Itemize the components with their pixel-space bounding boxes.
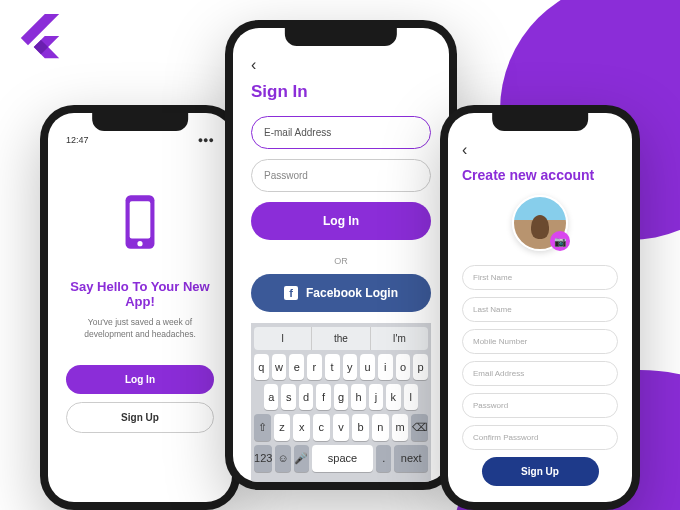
welcome-subtitle: You've just saved a week of development … bbox=[66, 317, 214, 341]
key-k[interactable]: k bbox=[386, 384, 400, 410]
key-y[interactable]: y bbox=[343, 354, 358, 380]
mic-key[interactable]: 🎤 bbox=[294, 445, 309, 472]
back-icon[interactable]: ‹ bbox=[462, 141, 618, 159]
key-t[interactable]: t bbox=[325, 354, 340, 380]
svg-rect-1 bbox=[130, 201, 151, 238]
key-f[interactable]: f bbox=[316, 384, 330, 410]
key-i[interactable]: i bbox=[378, 354, 393, 380]
camera-icon[interactable]: 📷 bbox=[550, 231, 570, 251]
svg-point-2 bbox=[137, 241, 142, 246]
key-⇧[interactable]: ⇧ bbox=[254, 414, 271, 441]
confirm-password-field[interactable]: Confirm Password bbox=[462, 425, 618, 450]
welcome-title: Say Hello To Your New App! bbox=[66, 279, 214, 309]
key-w[interactable]: w bbox=[272, 354, 287, 380]
keyboard: I the I'm qwertyuiop asdfghjkl ⇧zxcvbnm⌫… bbox=[251, 323, 431, 482]
mobile-number-field[interactable]: Mobile Number bbox=[462, 329, 618, 354]
key-u[interactable]: u bbox=[360, 354, 375, 380]
email-field[interactable]: E-mail Address bbox=[251, 116, 431, 149]
email-address-field[interactable]: Email Address bbox=[462, 361, 618, 386]
avatar[interactable]: 📷 bbox=[512, 195, 568, 251]
phone-notch bbox=[92, 113, 188, 131]
phone-welcome: 12:47●●● Say Hello To Your New App! You'… bbox=[40, 105, 240, 510]
last-name-field[interactable]: Last Name bbox=[462, 297, 618, 322]
phone-signup: ‹ Create new account 📷 First NameLast Na… bbox=[440, 105, 640, 510]
status-icons: ●●● bbox=[198, 135, 214, 145]
key-e[interactable]: e bbox=[289, 354, 304, 380]
password-field[interactable]: Password bbox=[251, 159, 431, 192]
phone-notch bbox=[492, 113, 588, 131]
app-phone-icon bbox=[109, 191, 171, 253]
key-h[interactable]: h bbox=[351, 384, 365, 410]
key-m[interactable]: m bbox=[392, 414, 409, 441]
key-n[interactable]: n bbox=[372, 414, 389, 441]
flutter-logo bbox=[16, 14, 64, 62]
status-time: 12:47 bbox=[66, 135, 89, 145]
key-q[interactable]: q bbox=[254, 354, 269, 380]
suggestion[interactable]: I'm bbox=[371, 327, 428, 350]
key-⌫[interactable]: ⌫ bbox=[411, 414, 428, 441]
login-button[interactable]: Log In bbox=[251, 202, 431, 240]
phone-notch bbox=[285, 28, 397, 46]
keyboard-suggestions: I the I'm bbox=[254, 327, 428, 350]
key-g[interactable]: g bbox=[334, 384, 348, 410]
key-j[interactable]: j bbox=[369, 384, 383, 410]
emoji-key[interactable]: ☺ bbox=[275, 445, 290, 472]
facebook-icon: f bbox=[284, 286, 298, 300]
key-o[interactable]: o bbox=[396, 354, 411, 380]
key-z[interactable]: z bbox=[274, 414, 291, 441]
space-key[interactable]: space bbox=[312, 445, 373, 472]
create-account-title: Create new account bbox=[462, 167, 618, 183]
key-b[interactable]: b bbox=[352, 414, 369, 441]
status-bar: 12:47●●● bbox=[66, 135, 214, 145]
or-divider: OR bbox=[251, 256, 431, 266]
next-key[interactable]: next bbox=[394, 445, 428, 472]
first-name-field[interactable]: First Name bbox=[462, 265, 618, 290]
password-field[interactable]: Password bbox=[462, 393, 618, 418]
signin-title: Sign In bbox=[251, 82, 431, 102]
login-button[interactable]: Log In bbox=[66, 365, 214, 394]
key-d[interactable]: d bbox=[299, 384, 313, 410]
suggestion[interactable]: the bbox=[312, 327, 370, 350]
key-v[interactable]: v bbox=[333, 414, 350, 441]
signup-button[interactable]: Sign Up bbox=[66, 402, 214, 433]
suggestion[interactable]: I bbox=[254, 327, 312, 350]
key-p[interactable]: p bbox=[413, 354, 428, 380]
key-x[interactable]: x bbox=[293, 414, 310, 441]
key-r[interactable]: r bbox=[307, 354, 322, 380]
back-icon[interactable]: ‹ bbox=[251, 56, 431, 74]
signup-button[interactable]: Sign Up bbox=[482, 457, 599, 486]
facebook-login-button[interactable]: fFacebook Login bbox=[251, 274, 431, 312]
dot-key[interactable]: . bbox=[376, 445, 391, 472]
key-l[interactable]: l bbox=[404, 384, 418, 410]
key-s[interactable]: s bbox=[281, 384, 295, 410]
facebook-label: Facebook Login bbox=[306, 286, 398, 300]
phone-signin: ‹ Sign In E-mail Address Password Log In… bbox=[225, 20, 457, 490]
key-a[interactable]: a bbox=[264, 384, 278, 410]
numbers-key[interactable]: 123 bbox=[254, 445, 272, 472]
key-c[interactable]: c bbox=[313, 414, 330, 441]
